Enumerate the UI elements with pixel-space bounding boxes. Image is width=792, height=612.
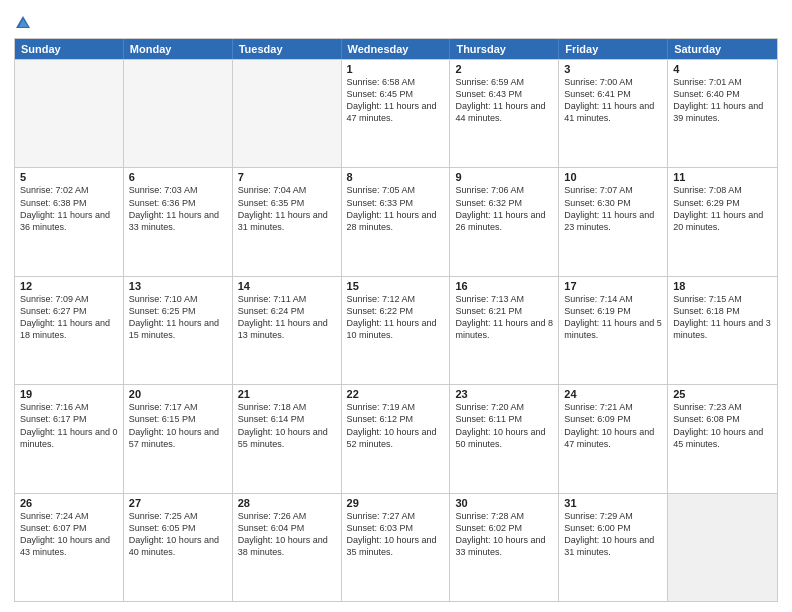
day-number: 11: [673, 171, 772, 183]
day-number: 9: [455, 171, 553, 183]
calendar-cell-21: 21Sunrise: 7:18 AM Sunset: 6:14 PM Dayli…: [233, 385, 342, 492]
cell-info: Sunrise: 7:21 AM Sunset: 6:09 PM Dayligh…: [564, 401, 662, 450]
day-number: 17: [564, 280, 662, 292]
calendar-cell-18: 18Sunrise: 7:15 AM Sunset: 6:18 PM Dayli…: [668, 277, 777, 384]
day-number: 21: [238, 388, 336, 400]
header-day-saturday: Saturday: [668, 39, 777, 59]
day-number: 23: [455, 388, 553, 400]
calendar-row-0: 1Sunrise: 6:58 AM Sunset: 6:45 PM Daylig…: [15, 59, 777, 167]
calendar-row-3: 19Sunrise: 7:16 AM Sunset: 6:17 PM Dayli…: [15, 384, 777, 492]
day-number: 26: [20, 497, 118, 509]
calendar-row-4: 26Sunrise: 7:24 AM Sunset: 6:07 PM Dayli…: [15, 493, 777, 601]
calendar-cell-12: 12Sunrise: 7:09 AM Sunset: 6:27 PM Dayli…: [15, 277, 124, 384]
header: [14, 10, 778, 32]
calendar-cell-10: 10Sunrise: 7:07 AM Sunset: 6:30 PM Dayli…: [559, 168, 668, 275]
header-day-wednesday: Wednesday: [342, 39, 451, 59]
calendar-cell-empty-4-6: [668, 494, 777, 601]
cell-info: Sunrise: 7:17 AM Sunset: 6:15 PM Dayligh…: [129, 401, 227, 450]
header-day-sunday: Sunday: [15, 39, 124, 59]
calendar-cell-14: 14Sunrise: 7:11 AM Sunset: 6:24 PM Dayli…: [233, 277, 342, 384]
calendar-cell-24: 24Sunrise: 7:21 AM Sunset: 6:09 PM Dayli…: [559, 385, 668, 492]
cell-info: Sunrise: 7:02 AM Sunset: 6:38 PM Dayligh…: [20, 184, 118, 233]
header-day-thursday: Thursday: [450, 39, 559, 59]
cell-info: Sunrise: 7:08 AM Sunset: 6:29 PM Dayligh…: [673, 184, 772, 233]
day-number: 6: [129, 171, 227, 183]
cell-info: Sunrise: 7:03 AM Sunset: 6:36 PM Dayligh…: [129, 184, 227, 233]
calendar-cell-20: 20Sunrise: 7:17 AM Sunset: 6:15 PM Dayli…: [124, 385, 233, 492]
day-number: 30: [455, 497, 553, 509]
calendar-cell-1: 1Sunrise: 6:58 AM Sunset: 6:45 PM Daylig…: [342, 60, 451, 167]
calendar-cell-3: 3Sunrise: 7:00 AM Sunset: 6:41 PM Daylig…: [559, 60, 668, 167]
page: SundayMondayTuesdayWednesdayThursdayFrid…: [0, 0, 792, 612]
calendar-body: 1Sunrise: 6:58 AM Sunset: 6:45 PM Daylig…: [15, 59, 777, 601]
calendar-cell-7: 7Sunrise: 7:04 AM Sunset: 6:35 PM Daylig…: [233, 168, 342, 275]
day-number: 22: [347, 388, 445, 400]
header-day-monday: Monday: [124, 39, 233, 59]
calendar-cell-13: 13Sunrise: 7:10 AM Sunset: 6:25 PM Dayli…: [124, 277, 233, 384]
header-day-tuesday: Tuesday: [233, 39, 342, 59]
calendar-cell-4: 4Sunrise: 7:01 AM Sunset: 6:40 PM Daylig…: [668, 60, 777, 167]
calendar-cell-9: 9Sunrise: 7:06 AM Sunset: 6:32 PM Daylig…: [450, 168, 559, 275]
logo: [14, 14, 34, 32]
calendar-cell-28: 28Sunrise: 7:26 AM Sunset: 6:04 PM Dayli…: [233, 494, 342, 601]
calendar-cell-23: 23Sunrise: 7:20 AM Sunset: 6:11 PM Dayli…: [450, 385, 559, 492]
cell-info: Sunrise: 6:59 AM Sunset: 6:43 PM Dayligh…: [455, 76, 553, 125]
cell-info: Sunrise: 7:24 AM Sunset: 6:07 PM Dayligh…: [20, 510, 118, 559]
cell-info: Sunrise: 7:18 AM Sunset: 6:14 PM Dayligh…: [238, 401, 336, 450]
day-number: 12: [20, 280, 118, 292]
calendar-cell-25: 25Sunrise: 7:23 AM Sunset: 6:08 PM Dayli…: [668, 385, 777, 492]
cell-info: Sunrise: 7:16 AM Sunset: 6:17 PM Dayligh…: [20, 401, 118, 450]
cell-info: Sunrise: 7:06 AM Sunset: 6:32 PM Dayligh…: [455, 184, 553, 233]
cell-info: Sunrise: 7:14 AM Sunset: 6:19 PM Dayligh…: [564, 293, 662, 342]
calendar-cell-8: 8Sunrise: 7:05 AM Sunset: 6:33 PM Daylig…: [342, 168, 451, 275]
day-number: 14: [238, 280, 336, 292]
day-number: 8: [347, 171, 445, 183]
day-number: 5: [20, 171, 118, 183]
calendar-cell-empty-0-1: [124, 60, 233, 167]
day-number: 28: [238, 497, 336, 509]
calendar-cell-2: 2Sunrise: 6:59 AM Sunset: 6:43 PM Daylig…: [450, 60, 559, 167]
calendar-cell-19: 19Sunrise: 7:16 AM Sunset: 6:17 PM Dayli…: [15, 385, 124, 492]
cell-info: Sunrise: 7:01 AM Sunset: 6:40 PM Dayligh…: [673, 76, 772, 125]
day-number: 7: [238, 171, 336, 183]
day-number: 19: [20, 388, 118, 400]
day-number: 31: [564, 497, 662, 509]
calendar-cell-30: 30Sunrise: 7:28 AM Sunset: 6:02 PM Dayli…: [450, 494, 559, 601]
cell-info: Sunrise: 7:13 AM Sunset: 6:21 PM Dayligh…: [455, 293, 553, 342]
calendar-cell-5: 5Sunrise: 7:02 AM Sunset: 6:38 PM Daylig…: [15, 168, 124, 275]
calendar-cell-empty-0-0: [15, 60, 124, 167]
day-number: 20: [129, 388, 227, 400]
cell-info: Sunrise: 7:04 AM Sunset: 6:35 PM Dayligh…: [238, 184, 336, 233]
calendar-cell-15: 15Sunrise: 7:12 AM Sunset: 6:22 PM Dayli…: [342, 277, 451, 384]
calendar-cell-16: 16Sunrise: 7:13 AM Sunset: 6:21 PM Dayli…: [450, 277, 559, 384]
cell-info: Sunrise: 6:58 AM Sunset: 6:45 PM Dayligh…: [347, 76, 445, 125]
day-number: 27: [129, 497, 227, 509]
logo-icon: [14, 14, 32, 32]
cell-info: Sunrise: 7:11 AM Sunset: 6:24 PM Dayligh…: [238, 293, 336, 342]
calendar-cell-22: 22Sunrise: 7:19 AM Sunset: 6:12 PM Dayli…: [342, 385, 451, 492]
cell-info: Sunrise: 7:09 AM Sunset: 6:27 PM Dayligh…: [20, 293, 118, 342]
cell-info: Sunrise: 7:26 AM Sunset: 6:04 PM Dayligh…: [238, 510, 336, 559]
day-number: 4: [673, 63, 772, 75]
header-day-friday: Friday: [559, 39, 668, 59]
calendar-cell-27: 27Sunrise: 7:25 AM Sunset: 6:05 PM Dayli…: [124, 494, 233, 601]
day-number: 3: [564, 63, 662, 75]
cell-info: Sunrise: 7:29 AM Sunset: 6:00 PM Dayligh…: [564, 510, 662, 559]
cell-info: Sunrise: 7:23 AM Sunset: 6:08 PM Dayligh…: [673, 401, 772, 450]
calendar-cell-11: 11Sunrise: 7:08 AM Sunset: 6:29 PM Dayli…: [668, 168, 777, 275]
calendar-row-2: 12Sunrise: 7:09 AM Sunset: 6:27 PM Dayli…: [15, 276, 777, 384]
day-number: 25: [673, 388, 772, 400]
cell-info: Sunrise: 7:12 AM Sunset: 6:22 PM Dayligh…: [347, 293, 445, 342]
cell-info: Sunrise: 7:05 AM Sunset: 6:33 PM Dayligh…: [347, 184, 445, 233]
calendar-header: SundayMondayTuesdayWednesdayThursdayFrid…: [15, 39, 777, 59]
cell-info: Sunrise: 7:25 AM Sunset: 6:05 PM Dayligh…: [129, 510, 227, 559]
cell-info: Sunrise: 7:28 AM Sunset: 6:02 PM Dayligh…: [455, 510, 553, 559]
calendar-row-1: 5Sunrise: 7:02 AM Sunset: 6:38 PM Daylig…: [15, 167, 777, 275]
calendar-cell-29: 29Sunrise: 7:27 AM Sunset: 6:03 PM Dayli…: [342, 494, 451, 601]
day-number: 16: [455, 280, 553, 292]
calendar-cell-31: 31Sunrise: 7:29 AM Sunset: 6:00 PM Dayli…: [559, 494, 668, 601]
calendar-cell-17: 17Sunrise: 7:14 AM Sunset: 6:19 PM Dayli…: [559, 277, 668, 384]
calendar-cell-6: 6Sunrise: 7:03 AM Sunset: 6:36 PM Daylig…: [124, 168, 233, 275]
day-number: 24: [564, 388, 662, 400]
cell-info: Sunrise: 7:20 AM Sunset: 6:11 PM Dayligh…: [455, 401, 553, 450]
